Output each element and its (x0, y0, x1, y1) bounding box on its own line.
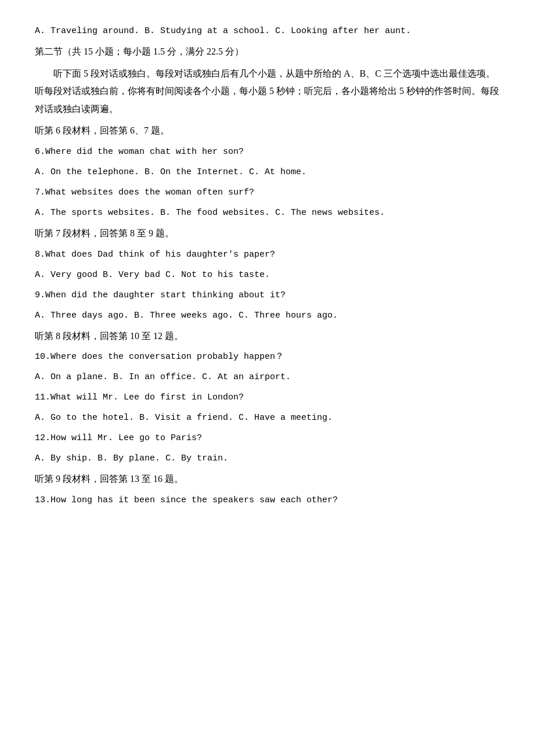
options-11: A. Go to the hotel. B. Visit a friend. C… (35, 410, 499, 426)
sub-header-13-16: 听第 9 段材料，回答第 13 至 16 题。 (35, 471, 499, 488)
options-6: A. On the telephone. B. On the Internet.… (35, 164, 499, 180)
options-12: A. By ship. B. By plane. C. By train. (35, 451, 499, 466)
question-7: 7.What websites does the woman often sur… (35, 185, 499, 200)
question-13: 13.How long has it been since the speake… (35, 492, 499, 508)
sub-header-10-12: 听第 8 段材料，回答第 10 至 12 题。 (35, 328, 499, 345)
page-content: A. Traveling around. B. Studying at a sc… (35, 23, 499, 508)
options-9: A. Three days ago. B. Three weeks ago. C… (35, 308, 499, 323)
question-11: 11.What will Mr. Lee do first in London? (35, 390, 499, 405)
options-8: A. Very good B. Very bad C. Not to his t… (35, 267, 499, 283)
instruction-text: 听下面 5 段对话或独白。每段对话或独白后有几个小题，从题中所给的 A、B、C … (35, 65, 499, 118)
sub-header-8-9: 听第 7 段材料，回答第 8 至 9 题。 (35, 225, 499, 242)
line1: A. Traveling around. B. Studying at a sc… (35, 23, 499, 39)
question-10: 10.Where does the conversation probably … (35, 349, 499, 365)
question-9: 9.When did the daughter start thinking a… (35, 287, 499, 303)
options-10: A. On a plane. B. In an office. C. At an… (35, 369, 499, 385)
question-12: 12.How will Mr. Lee go to Paris? (35, 430, 499, 446)
question-6: 6.Where did the woman chat with her son? (35, 144, 499, 160)
sub-header-6-7: 听第 6 段材料，回答第 6、7 题。 (35, 123, 499, 139)
options-7: A. The sports websites. B. The food webs… (35, 205, 499, 221)
section-header: 第二节（共 15 小题；每小题 1.5 分，满分 22.5 分） (35, 44, 499, 60)
question-8: 8.What does Dad think of his daughter's … (35, 247, 499, 262)
